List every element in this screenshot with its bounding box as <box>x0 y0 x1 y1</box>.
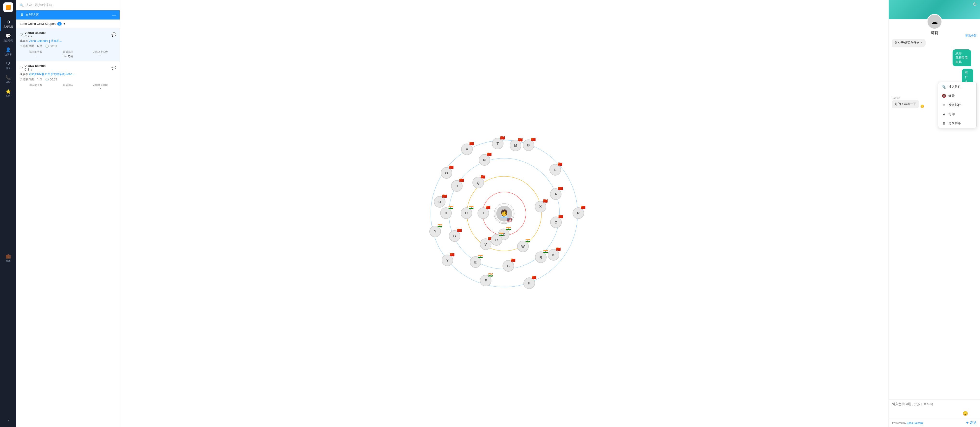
sidebar-item-chats[interactable]: 🗨 聊天 <box>0 59 16 72</box>
radar-visitor-node: T🇨🇳 <box>492 138 504 150</box>
send-button[interactable]: ✈ 发送 <box>966 421 977 425</box>
radar-visitor-node: M🇨🇳 <box>510 140 522 152</box>
visitor-stats: 访问的天数 - 最后访问 - Visitor Score - <box>20 83 116 91</box>
visitor-card[interactable]: 🛡 Visitor 457689 China 💬 现在在 Zoho Calend… <box>16 28 119 61</box>
radar-visitor-node: R🇮🇳 <box>491 234 503 247</box>
stat-last-visit: 最后访问 - <box>52 83 84 91</box>
emoji-button[interactable]: 😊 <box>963 411 968 416</box>
radar-visitor-node: D🇨🇳 <box>434 196 446 209</box>
radar-visitor-node: R🇮🇳 <box>535 252 547 264</box>
logo: 🟧 <box>3 2 13 12</box>
sidebar-item-label: 实时视图 <box>3 25 13 29</box>
feedback-icon: ⭐ <box>6 89 11 94</box>
clock-icon: 🕐 <box>45 78 49 81</box>
sidebar-item-label: 访问者 <box>5 53 12 56</box>
shield-icon: 🛡 <box>20 66 23 70</box>
visitor-name: Visitor 693980 <box>25 64 46 68</box>
visitor-pages: 浏览的页面 6 页 🕐 00:03 <box>20 44 116 48</box>
menu-item-email[interactable]: ✉ 发送邮件 <box>939 100 977 110</box>
visitor-panel: 🔍 搜索（最少3个字符） 🖥 在线访客 — Zoho China CRM Sup… <box>16 0 120 427</box>
current-page-link[interactable]: 在线CRM客户关系管理系统-Zoho ... <box>29 72 75 76</box>
department-selector[interactable]: Zoho China CRM Support 1 ▾ <box>16 19 119 28</box>
agent-name: 莉莉 <box>931 31 938 35</box>
radar-visitor-node: K🇨🇳 <box>548 249 560 261</box>
screenshare-icon: 🖥 <box>942 121 946 126</box>
chat-bubble-icon[interactable]: 💬 <box>111 65 116 70</box>
menu-item-mute[interactable]: 🔇 静音 <box>939 91 977 100</box>
visitor-id-row: 🛡 Visitor 457689 China <box>20 31 46 38</box>
agent-profile: ☁ 莉莉 显示全部 <box>889 19 980 36</box>
sidebar-item-resources[interactable]: 💼 资源 <box>0 251 16 265</box>
minimize-button[interactable]: — <box>112 13 116 17</box>
stat-score: Visitor Score - <box>84 50 116 58</box>
search-placeholder[interactable]: 搜索（最少3个字符） <box>25 3 56 7</box>
message-sent: 您好 我想看看家具 <box>953 49 971 66</box>
chat-icon: 💬 <box>6 33 11 38</box>
sidebar-item-my-chat[interactable]: 💬 我的聊天 <box>0 31 16 45</box>
logo-icon: 🟧 <box>6 5 11 10</box>
sidebar-item-label: 通话 <box>6 81 11 84</box>
visitor-country: China <box>25 68 46 71</box>
menu-item-attach[interactable]: 📎 插入附件 <box>939 82 977 91</box>
visitor-card[interactable]: 🛡 Visitor 693980 China 💬 现在在 在线CRM客户关系管理… <box>16 61 119 94</box>
radar-visitor-node: B🇨🇳 <box>523 139 535 152</box>
sidebar-item-label: 聊天 <box>6 67 11 70</box>
search-bar: 🔍 搜索（最少3个字符） <box>16 0 119 10</box>
page-time: 🕐 00:03 <box>45 45 57 48</box>
menu-item-screenshare[interactable]: 🖥 分享屏幕 <box>939 119 977 128</box>
calls-icon: 📞 <box>6 75 11 80</box>
menu-item-label: 发送邮件 <box>948 103 961 107</box>
sidebar-nav: 🟧 ⊙ 实时视图 💬 我的聊天 👤 访问者 🗨 聊天 📞 通话 ⭐ 反馈 💼 资… <box>0 0 16 427</box>
stat-days: 访问的天数 - <box>20 50 52 58</box>
radar-visitor-node: O🇨🇳 <box>441 167 453 180</box>
chat-footer: Powered by Zoho SalesIQ ✈ 发送 <box>889 419 980 427</box>
center-flag: 🇺🇸 <box>507 217 512 223</box>
radar-visitor-node: U🇮🇳 <box>461 207 473 220</box>
radar-visitor-node: G🇨🇳 <box>449 230 461 243</box>
radar-visitor-node: Q🇨🇳 <box>473 177 485 189</box>
sidebar-item-label: 反馈 <box>6 95 11 98</box>
chat-input-area: 😊 <box>889 399 980 419</box>
chat-bubble-icon[interactable]: 💬 <box>111 32 116 37</box>
footer-text: Powered by Zoho SalesIQ <box>892 421 923 424</box>
stat-score: Visitor Score - <box>84 83 116 91</box>
menu-item-print[interactable]: 🖨 打印 <box>939 110 977 119</box>
radar-visitor-node: C🇨🇳 <box>550 217 563 229</box>
zoho-salesiq-link[interactable]: Zoho SalesIQ <box>907 421 923 424</box>
search-icon: 🔍 <box>20 3 24 7</box>
sidebar-item-feedback[interactable]: ⭐ 反馈 <box>0 86 16 100</box>
visitor-pages: 浏览的页面 1 页 🕐 00:05 <box>20 77 116 81</box>
show-all-link[interactable]: 显示全部 <box>965 34 977 38</box>
sidebar-item-calls[interactable]: 📞 通话 <box>0 72 16 86</box>
resources-icon: 💼 <box>6 253 11 259</box>
attach-icon: 📎 <box>942 84 946 89</box>
sidebar-item-realtime[interactable]: ⊙ 实时视图 <box>0 17 16 31</box>
sidebar-item-label: 资源 <box>6 260 11 263</box>
current-page-link[interactable]: Zoho Calendar | 共享的... <box>29 39 62 43</box>
monitor-icon: 🖥 <box>20 13 24 17</box>
radar-visitor-node: F🇨🇳 <box>523 277 536 290</box>
message-text: 您今天想买点什么？ <box>894 41 923 45</box>
stat-last-visit: 最后访问 3天之前 <box>52 50 84 58</box>
visitor-country: China <box>25 35 46 38</box>
radar-visitor-node: E🇮🇳 <box>470 256 482 269</box>
department-count: 1 <box>57 22 62 25</box>
message-received: 您今天想买点什么？ <box>892 39 926 47</box>
sidebar-item-label: 我的聊天 <box>3 39 13 42</box>
radar-visitor-node: H🇮🇳 <box>440 207 453 220</box>
agent-avatar: ☁ <box>927 14 942 29</box>
email-icon: ✉ <box>942 103 946 107</box>
radar-visitor-node: Y🇮🇳 <box>430 226 442 238</box>
power-button[interactable]: ⏻ <box>973 2 977 6</box>
visitor-current-page: 现在在 Zoho Calendar | 共享的... <box>20 39 116 43</box>
chat-panel: ☁ 莉莉 显示全部 您今天想买点什么？ 您好 我想看看家具 有什么 也行 Pat… <box>889 0 980 427</box>
visitor-name: Visitor 457689 <box>25 31 46 35</box>
radar-visitor-node: W🇮🇳 <box>517 241 530 253</box>
sidebar-expand-btn[interactable]: › <box>5 416 11 425</box>
message-sent-container: 您好 我想看看家具 <box>953 49 977 66</box>
sidebar-item-visitors[interactable]: 👤 访问者 <box>0 45 16 59</box>
message-emoji: 😊 <box>920 105 924 108</box>
radar-visitor-node: X🇨🇳 <box>535 201 547 214</box>
visitor-icon: 👤 <box>6 47 11 53</box>
visitor-id-row: 🛡 Visitor 693980 China <box>20 64 46 71</box>
